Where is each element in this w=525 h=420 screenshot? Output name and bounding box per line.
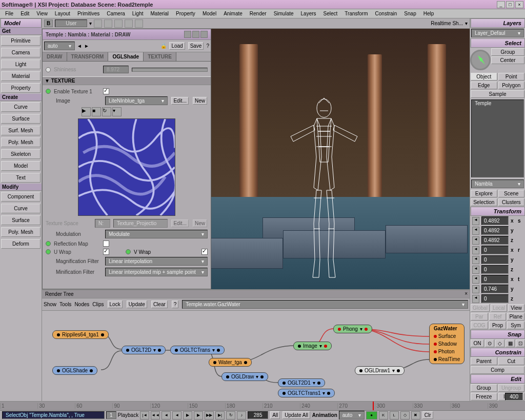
- audio-icon[interactable]: ♪: [237, 411, 246, 419]
- tool-icon[interactable]: [94, 19, 102, 28]
- start-frame[interactable]: 1: [106, 411, 116, 419]
- refl-anim-icon[interactable]: [46, 241, 51, 246]
- next-key-icon[interactable]: ▶▶: [205, 411, 214, 419]
- cog-button[interactable]: COG: [471, 322, 488, 329]
- texspace-dropdown[interactable]: N:: [95, 219, 110, 228]
- prev-icon[interactable]: ◄: [472, 266, 479, 274]
- skeleton-button[interactable]: Skeleton: [1, 149, 41, 159]
- animation-label[interactable]: Animation: [312, 412, 337, 418]
- menu-layers[interactable]: Layers: [298, 10, 319, 17]
- load-button[interactable]: Load: [169, 42, 185, 50]
- tab-oglshade[interactable]: OGLShade: [108, 52, 144, 61]
- node-ogldraw[interactable]: OGLDraw▾: [221, 372, 268, 381]
- next-icon[interactable]: ►: [84, 43, 89, 49]
- prev-icon[interactable]: ◄: [472, 256, 479, 264]
- rot-y[interactable]: 0: [481, 255, 509, 264]
- camera-button[interactable]: Camera: [1, 48, 41, 57]
- prev-icon[interactable]: ◄: [472, 236, 479, 245]
- stop-icon[interactable]: ■: [92, 107, 101, 116]
- material-button[interactable]: Material: [1, 71, 41, 81]
- property-button[interactable]: Property: [1, 83, 41, 93]
- modulation-dropdown[interactable]: Modulate▾: [105, 230, 208, 238]
- snap-icon[interactable]: ◇: [495, 339, 504, 347]
- shininess-slider[interactable]: [132, 68, 208, 72]
- layers-header[interactable]: Layers: [470, 18, 525, 28]
- rt-show[interactable]: Show: [44, 302, 56, 307]
- loop-icon[interactable]: ↻: [226, 411, 235, 419]
- menu-view[interactable]: View: [33, 10, 51, 17]
- rt-clips[interactable]: Clips: [92, 302, 104, 307]
- rt-path-dropdown[interactable]: Temple.water.GazWater▾: [182, 300, 468, 309]
- node-gazwater[interactable]: GazWater Surface Shadow Photon RealTime: [429, 324, 465, 364]
- menu-help[interactable]: Help: [420, 10, 437, 17]
- plane-button[interactable]: Plane: [507, 313, 524, 321]
- object-button[interactable]: Object: [471, 73, 497, 81]
- render-tree-title[interactable]: Render Tree×: [42, 290, 470, 298]
- select-cursor-icon[interactable]: [470, 50, 491, 70]
- material-title[interactable]: Temple : Nambla : Material : DRAW: [43, 29, 211, 40]
- prop-button[interactable]: Prop: [489, 322, 507, 329]
- explore-button[interactable]: Explore: [471, 190, 497, 197]
- primitive-button[interactable]: Primitive: [1, 36, 41, 46]
- node-ogldraw1[interactable]: OGLDraw1▾: [355, 366, 405, 375]
- tab-draw[interactable]: DRAW: [43, 52, 67, 61]
- component-button[interactable]: Component: [1, 192, 41, 202]
- trans-z[interactable]: 0: [481, 294, 509, 303]
- group-button[interactable]: Group: [471, 384, 497, 392]
- menu-edit[interactable]: Edit: [17, 10, 32, 17]
- enable-texture-checkbox[interactable]: [103, 88, 109, 94]
- shininess-anim-icon[interactable]: [46, 67, 51, 72]
- trans-y[interactable]: 0.746: [481, 285, 509, 293]
- polymesh-button[interactable]: Poly. Mesh: [1, 137, 41, 147]
- play-icon[interactable]: ▶: [183, 411, 192, 419]
- help-icon[interactable]: [192, 31, 199, 38]
- maximize-icon[interactable]: □: [506, 1, 514, 8]
- menu-material[interactable]: Material: [148, 10, 172, 17]
- refresh-icon[interactable]: ↻: [102, 107, 111, 116]
- vwrap-checkbox[interactable]: [201, 249, 208, 255]
- current-frame[interactable]: 285: [248, 411, 268, 419]
- key-icon[interactable]: ●: [366, 411, 377, 419]
- center-button[interactable]: Center: [491, 56, 524, 64]
- prev-frame-icon[interactable]: ◄: [161, 411, 171, 419]
- key-icon[interactable]: ✖: [411, 411, 420, 419]
- transform-header[interactable]: Transform: [470, 207, 525, 216]
- global-button[interactable]: Global: [471, 304, 490, 312]
- node-ogltctrans[interactable]: OGLTCTrans▾: [170, 346, 225, 354]
- trans-x[interactable]: 0: [481, 275, 509, 284]
- close-icon[interactable]: [200, 31, 208, 38]
- selection-nambla[interactable]: Nambla▾: [471, 179, 524, 188]
- key-icon[interactable]: ◇: [400, 411, 410, 419]
- node-oglt2d1[interactable]: OGLT2D1▾: [278, 378, 325, 387]
- time-marker[interactable]: [373, 402, 374, 410]
- menu-primitives[interactable]: Primitives: [74, 10, 103, 17]
- clear-button[interactable]: Clear: [151, 301, 168, 308]
- lock-icon[interactable]: 🔒: [160, 43, 167, 49]
- texture-section[interactable]: ▼ TEXTURE: [43, 76, 211, 85]
- ungroup-button[interactable]: Ungroup: [498, 384, 525, 392]
- point-button[interactable]: Point: [498, 73, 525, 81]
- curve-button[interactable]: Curve: [1, 102, 41, 112]
- par-button[interactable]: Par: [471, 313, 488, 321]
- node-rippiles[interactable]: Rippiles64_tga1: [52, 330, 109, 339]
- node-oglshade[interactable]: OGLShade: [52, 366, 97, 375]
- help-icon[interactable]: ?: [206, 43, 209, 49]
- play-icon[interactable]: ▶: [82, 107, 91, 116]
- layer-dropdown[interactable]: Layer_Defaul▾: [471, 29, 524, 37]
- select-header[interactable]: Select: [470, 38, 525, 48]
- surfmesh-button[interactable]: Surf. Mesh: [1, 126, 41, 135]
- dropdown-arrow-icon[interactable]: ▾: [465, 21, 468, 26]
- update-all-button[interactable]: Update All: [282, 411, 310, 419]
- node-oglt2d[interactable]: OGLT2D▾: [122, 346, 166, 354]
- update-button[interactable]: Update: [127, 301, 147, 308]
- snap-icon[interactable]: ▦: [506, 339, 515, 347]
- menu-layout[interactable]: Layout: [52, 10, 73, 17]
- eye-icon[interactable]: [135, 19, 143, 28]
- view-letter[interactable]: B: [44, 19, 53, 27]
- prev-icon[interactable]: ◄: [472, 295, 479, 303]
- comp-button[interactable]: Comp: [471, 366, 524, 374]
- scale-z[interactable]: 0.4892: [481, 236, 509, 245]
- menu-animate[interactable]: Animate: [220, 10, 246, 17]
- rt-nodes[interactable]: Nodes: [74, 302, 89, 307]
- polygon-button[interactable]: Polygon: [498, 82, 525, 89]
